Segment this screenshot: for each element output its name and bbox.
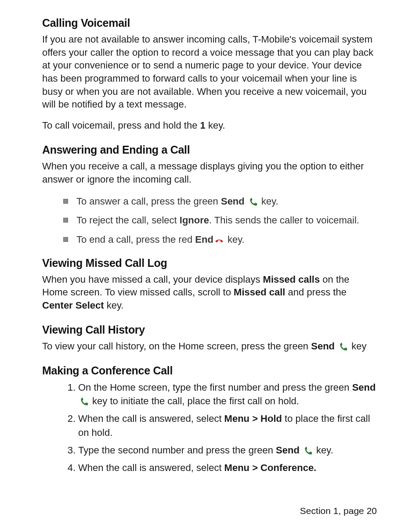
key-center-select: Center Select [42,300,104,311]
text: key. [314,445,333,456]
text: Type the second number and press the gre… [78,445,276,456]
text: To end a call, press the red [76,234,195,245]
key-send: Send [221,196,245,207]
key-menu-hold: Menu > Hold [224,413,282,424]
send-phone-icon [338,342,348,351]
key-missed-call: Missed call [234,287,285,298]
text: To call voicemail, press and hold the [42,120,200,131]
answering-paragraph: When you receive a call, a message displ… [42,160,377,186]
list-item: On the Home screen, type the first numbe… [67,381,377,409]
text: To answer a call, press the green [76,196,221,207]
text: key [349,341,366,352]
list-item: When the call is answered, select Menu >… [67,461,377,475]
page-footer: Section 1, page 20 [42,506,377,516]
text: key. [259,196,278,207]
key-send: Send [276,445,300,456]
heading-conference-call: Making a Conference Call [42,364,377,377]
history-paragraph: To view your call history, on the Home s… [42,340,377,353]
missed-paragraph: When you have missed a call, your device… [42,273,377,312]
text: To reject the call, select [76,215,180,226]
list-item: Type the second number and press the gre… [67,443,377,457]
voicemail-paragraph-2: To call voicemail, press and hold the 1 … [42,119,377,132]
send-phone-icon [303,446,313,455]
key-missed-calls: Missed calls [263,274,320,285]
text: and press the [285,287,346,298]
key-menu-conference: Menu > Conference. [224,462,317,473]
heading-missed-call-log: Viewing Missed Call Log [42,257,377,270]
send-phone-icon [79,397,89,406]
text: key. [225,234,245,245]
text: key to initiate the call, place the firs… [90,395,299,406]
list-item: When the call is answered, select Menu >… [67,412,377,440]
heading-call-history: Viewing Call History [42,324,377,336]
text: When you have missed a call, your device… [42,274,263,285]
text: key. [104,300,124,311]
key-send: Send [311,341,335,352]
list-item: To reject the call, select Ignore. This … [42,212,377,228]
heading-calling-voicemail: Calling Voicemail [42,17,377,29]
text: To view your call history, on the Home s… [42,341,311,352]
text: key. [206,120,225,131]
manual-page: Calling Voicemail If you are not availab… [0,0,419,532]
answering-bullet-list: To answer a call, press the green Send k… [42,194,377,247]
key-1: 1 [200,120,206,131]
send-phone-icon [248,198,258,206]
text: On the Home screen, type the first numbe… [78,382,352,393]
text: When the call is answered, select [78,462,224,473]
text: . This sends the caller to voicemail. [209,215,359,226]
text: When the call is answered, select [78,413,224,424]
end-phone-icon [214,237,224,244]
voicemail-paragraph-1: If you are not available to answer incom… [42,33,377,111]
list-item: To end a call, press the red End key. [42,232,377,247]
heading-answering-ending: Answering and Ending a Call [42,144,377,156]
list-item: To answer a call, press the green Send k… [42,194,377,209]
key-send: Send [352,382,376,393]
key-ignore: Ignore [180,215,209,226]
key-end: End [195,234,213,245]
conference-steps: On the Home screen, type the first numbe… [42,381,377,475]
